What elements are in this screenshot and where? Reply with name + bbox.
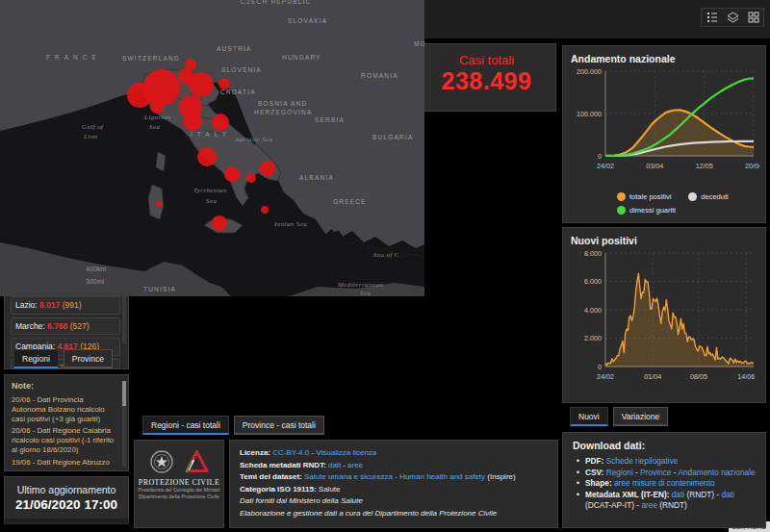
tab-province-casi-totali[interactable]: Province - casi totali xyxy=(234,416,324,435)
legend-label: totale positivi xyxy=(629,192,671,201)
nuovi-title: Nuovi positivi xyxy=(571,235,757,247)
svg-text:03/04: 03/04 xyxy=(646,162,663,170)
case-bubble[interactable] xyxy=(260,161,275,176)
svg-text:2.000: 2.000 xyxy=(584,334,602,342)
case-bubbles-layer xyxy=(0,0,424,296)
legend-row: dimessi guariti xyxy=(617,206,729,215)
nuovi-variazione-tabs: NuoviVariazione xyxy=(570,407,668,426)
case-bubble[interactable] xyxy=(197,147,217,166)
map-sea-label: Gulf of xyxy=(82,123,103,131)
case-bubble[interactable] xyxy=(246,173,256,183)
download-item: Shape: aree misure di contenimento xyxy=(573,478,756,490)
note-entry: 20/06 - Dati Provincia Autonoma Bolzano … xyxy=(12,395,118,423)
case-bubble[interactable] xyxy=(212,215,227,231)
license-box: Licenza: CC-BY-4.0 - Visualizza licenzaS… xyxy=(229,440,558,528)
tab-regioni[interactable]: Regioni xyxy=(13,349,59,368)
link[interactable]: Schede riepilogative xyxy=(606,456,679,466)
map-country-label: ROMANIA xyxy=(361,72,398,79)
case-bubble[interactable] xyxy=(212,114,229,131)
map-country-label: BULGARIA xyxy=(372,134,413,140)
scrollbar-thumb[interactable] xyxy=(122,381,126,406)
map-country-label: ITALY xyxy=(191,131,231,138)
map-country-label: MO xyxy=(414,40,424,47)
download-title: Download dati: xyxy=(573,440,756,452)
map-sea-label: Ionian Sea xyxy=(274,220,307,228)
link[interactable]: aree xyxy=(641,500,657,510)
stat-card-casi-totali: Casi totali 238.499 xyxy=(417,43,556,112)
notes-scrollbar[interactable] xyxy=(122,381,126,467)
tab-province[interactable]: Province xyxy=(64,349,113,368)
stat-label: Casi totali xyxy=(418,53,555,67)
map-sea-label: Sea xyxy=(360,290,371,296)
case-bubble[interactable] xyxy=(189,72,214,97)
map-country-label: SLOVENIA xyxy=(221,66,262,73)
link[interactable]: Province xyxy=(640,468,671,477)
tab-variazione[interactable]: Variazione xyxy=(613,407,669,426)
case-bubble[interactable] xyxy=(156,201,162,207)
svg-text:12/05: 12/05 xyxy=(696,162,713,170)
svg-text:01/04: 01/04 xyxy=(644,372,661,381)
note-entry: 19/06 - Dati Regione Abruzzo xyxy=(12,458,118,468)
map-country-label: AUSTRIA xyxy=(217,45,252,52)
svg-text:20/06: 20/06 xyxy=(745,162,759,170)
nuovi-positivi-panel: Nuovi positivi 8.0006.0004.0002.000024/0… xyxy=(562,227,766,403)
region-tabs: RegioniProvince xyxy=(13,349,113,368)
link[interactable]: Visualizza licenza xyxy=(316,448,376,457)
license-line: Categoria ISO 19115: Salute xyxy=(240,484,548,496)
region-name: Marche: xyxy=(15,321,47,331)
link[interactable]: aree xyxy=(347,461,363,469)
download-items: PDF: Schede riepilogativeCSV: Regioni - … xyxy=(573,456,756,512)
text-segment: CSV: xyxy=(585,468,606,477)
text-segment: Elaborazione e gestione dati a cura del … xyxy=(240,509,497,518)
case-bubble[interactable] xyxy=(150,100,164,114)
link[interactable]: Salute umana e sicurezza - Human health … xyxy=(304,472,485,481)
map-tabs: Regioni - casi totaliProvince - casi tot… xyxy=(142,416,324,435)
map-country-label: SERBIA xyxy=(315,116,345,123)
link[interactable]: dati xyxy=(721,490,733,499)
tab-regioni-casi-totali[interactable]: Regioni - casi totali xyxy=(142,416,229,435)
case-bubble[interactable] xyxy=(224,166,240,182)
dashboard: Dipartimento della Protezione Civile COV… xyxy=(0,0,770,532)
map-country-label: FRANCE xyxy=(46,54,101,61)
andamento-chart: 200.000100.000024/0203/0412/0520/06 xyxy=(571,65,759,183)
svg-text:6.000: 6.000 xyxy=(584,277,602,286)
legend-dot-icon xyxy=(688,192,697,201)
link[interactable]: CC-BY-4.0 xyxy=(272,448,309,457)
case-bubble[interactable] xyxy=(127,83,152,108)
link[interactable]: aree misure di contenimento xyxy=(614,478,715,488)
map-country-label: BOSNIA AND xyxy=(258,100,307,107)
link[interactable]: dati xyxy=(328,461,341,469)
map-country-label: CZECH REPUBLIC xyxy=(241,0,312,5)
svg-text:14/06: 14/06 xyxy=(737,372,755,381)
text-segment: (DCAT-AP-IT) - xyxy=(585,500,641,510)
svg-text:24/02: 24/02 xyxy=(597,162,614,170)
region-positivi: (991) xyxy=(63,300,82,310)
case-bubble[interactable] xyxy=(261,206,269,214)
notes-title: Note: xyxy=(12,380,118,393)
license-line: Licenza: CC-BY-4.0 - Visualizza licenza xyxy=(240,447,548,460)
download-item: CSV: Regioni - Province - Andamento nazi… xyxy=(573,468,756,479)
map-sea-label: Mediterranean xyxy=(338,281,383,289)
map-sea-label: Sea xyxy=(206,197,217,205)
legend-item: deceduti xyxy=(688,192,728,201)
text-segment: Licenza: xyxy=(240,448,272,457)
case-bubble[interactable] xyxy=(183,112,202,131)
text-segment: Salute xyxy=(319,485,341,494)
legend-label: deceduti xyxy=(701,192,728,201)
link[interactable]: Andamento nazionale xyxy=(678,468,755,477)
region-row: Marche: 6.768 (527) xyxy=(11,317,120,336)
region-total: 6.768 xyxy=(47,321,67,331)
map[interactable]: CZECH REPUBLICFRANCESWITZERLANDAUSTRIASL… xyxy=(0,0,424,296)
map-country-label: CROATIA xyxy=(220,89,256,95)
svg-text:0: 0 xyxy=(598,152,602,161)
last-update-value: 21/06/2020 17:00 xyxy=(5,497,128,512)
last-update-panel: Ultimo aggiornamento 21/06/2020 17:00 xyxy=(4,476,129,524)
repubblica-italiana-emblem-icon xyxy=(148,448,175,475)
tab-nuovi[interactable]: Nuovi xyxy=(570,407,608,426)
link[interactable]: Regioni xyxy=(606,468,633,477)
download-item: Metadata XML (IT-EN): dati (RNDT) - dati… xyxy=(573,490,756,512)
svg-text:200.000: 200.000 xyxy=(577,67,602,76)
svg-text:100.000: 100.000 xyxy=(577,110,602,118)
text-segment: PDF: xyxy=(585,456,606,466)
link[interactable]: dati xyxy=(672,490,684,499)
